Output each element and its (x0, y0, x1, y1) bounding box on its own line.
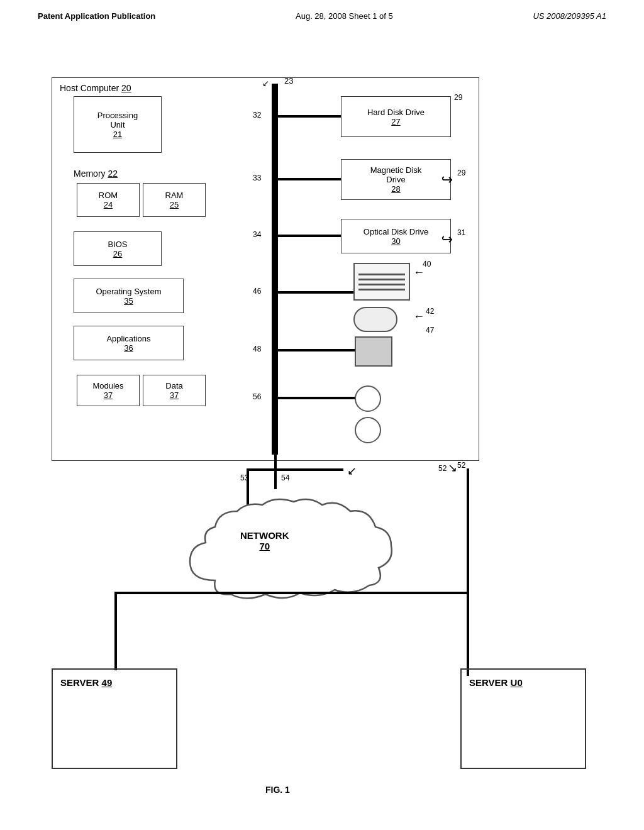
optical-disk-label: Optical Disk Drive (364, 227, 428, 236)
bus-num-54: 54 (281, 473, 289, 482)
server-right-box: SERVER U0 (460, 668, 586, 769)
magnetic-connector (274, 178, 341, 180)
hdd-number: 27 (391, 117, 400, 126)
fig-label: FIG. 1 (265, 785, 290, 795)
mouse-shape (353, 307, 397, 332)
screen-line-3 (358, 284, 405, 285)
optical-disk-box: Optical Disk Drive 30 (341, 219, 451, 253)
bus-num-56: 56 (253, 392, 261, 401)
magnetic-disk-number: 28 (391, 184, 400, 194)
data-box: Data 37 (143, 375, 206, 406)
hdd-connector (274, 115, 341, 118)
modules-box: Modules 37 (77, 375, 140, 406)
data-label: Data (165, 381, 182, 390)
page-header: Patent Application Publication Aug. 28, … (0, 0, 644, 27)
applications-number: 36 (124, 343, 133, 353)
diagram-area: Host Computer 20 ProcessingUnit 21 Memor… (39, 46, 605, 813)
bus-num-46: 46 (253, 287, 261, 296)
bus-left-53 (247, 468, 274, 471)
processing-unit-label: ProcessingUnit (97, 111, 138, 130)
ref-42: 42 (426, 307, 434, 316)
processing-unit-number: 21 (113, 130, 122, 139)
server-right-label: SERVER U0 (462, 670, 585, 695)
arrow-54: ↙ (347, 464, 357, 478)
screen-line-1 (358, 274, 405, 275)
modules-label: Modules (92, 381, 123, 390)
bios-box: BIOS 26 (74, 231, 162, 266)
ref-29: 29 (457, 169, 465, 177)
ref-52: 52 (457, 461, 465, 470)
processing-unit-box: ProcessingUnit 21 (74, 96, 162, 153)
right-vertical-line (467, 468, 469, 676)
speaker1-shape (355, 385, 381, 412)
host-computer-label: Host Computer 20 (60, 83, 131, 93)
magnetic-disk-box: Magnetic DiskDrive 28 (341, 159, 451, 200)
rom-number: 24 (104, 200, 113, 209)
bus-right-54 (274, 468, 343, 471)
arrow-42: ← (413, 310, 425, 323)
speaker-connector (274, 397, 355, 399)
bios-label: BIOS (108, 240, 127, 249)
server-left-label: SERVER 49 (53, 670, 176, 695)
arrow-52: ↘ (448, 461, 457, 475)
os-box: Operating System 35 (74, 279, 184, 313)
bus-num-34: 34 (253, 230, 261, 239)
screen-line-2 (358, 279, 405, 280)
ram-box: RAM 25 (143, 183, 206, 217)
network-label: NETWORK 70 (240, 530, 289, 551)
arrow-40: ← (413, 266, 425, 279)
bus-num-48: 48 (253, 345, 261, 353)
applications-box: Applications 36 (74, 326, 184, 360)
ref-31: 31 (457, 228, 465, 237)
bus-number-23: 23 (284, 76, 293, 86)
bus-num-32: 32 (253, 111, 261, 119)
header-patent-number: US 2008/209395 A1 (533, 11, 606, 21)
ram-label: RAM (165, 191, 184, 200)
memory-label: Memory 22 (74, 169, 118, 179)
server-left-line (114, 592, 117, 670)
network-cloud (177, 492, 404, 606)
os-label: Operating System (96, 287, 161, 296)
header-publication: Patent Application Publication (38, 11, 155, 21)
bios-number: 26 (113, 249, 122, 258)
hdd-label: Hard Disk Drive (367, 108, 425, 117)
header-date: Aug. 28, 2008 Sheet 1 of 5 (296, 11, 393, 21)
arc-29: ↩ (441, 172, 453, 188)
ref-47: 47 (426, 326, 434, 335)
magnetic-disk-label: Magnetic DiskDrive (370, 165, 422, 184)
screen-connector (274, 291, 353, 294)
bus-num-33: 33 (253, 174, 261, 182)
optical-connector (274, 235, 341, 237)
bottom-h-line (114, 592, 467, 594)
os-number: 35 (124, 296, 133, 306)
arc-31: ↩ (441, 231, 453, 248)
modules-number: 37 (104, 390, 113, 400)
rom-label: ROM (99, 191, 118, 200)
data-number: 37 (170, 390, 179, 400)
ram-number: 25 (170, 200, 179, 209)
ref-52-label: 52 (438, 464, 447, 473)
touchpad-shape (355, 336, 392, 367)
server-left-box: SERVER 49 (52, 668, 177, 769)
applications-label: Applications (106, 334, 150, 343)
ref-number-29: 29 (454, 93, 462, 102)
touchpad-connector (274, 349, 355, 351)
speaker2-shape (355, 417, 381, 443)
screen-shape (353, 263, 410, 301)
bus-arrow: ↙ (262, 79, 269, 88)
rom-box: ROM 24 (77, 183, 140, 217)
optical-disk-number: 30 (391, 236, 400, 246)
hdd-box: Hard Disk Drive 27 (341, 96, 451, 137)
screen-line-4 (358, 289, 405, 290)
